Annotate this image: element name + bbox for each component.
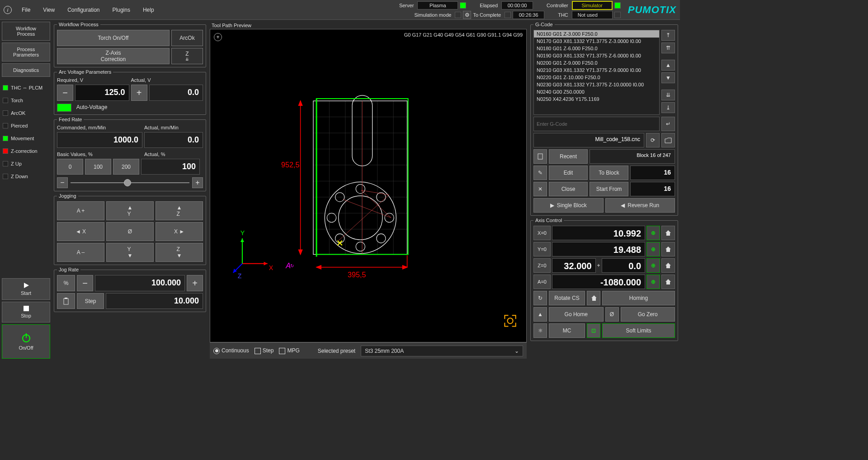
stop-button[interactable]: Stop bbox=[2, 302, 50, 322]
feed-dec-button[interactable]: − bbox=[57, 177, 68, 188]
reload-button[interactable]: ⟳ bbox=[646, 133, 660, 147]
recent-clipboard-button[interactable] bbox=[533, 149, 547, 164]
z-value-2[interactable]: 0.0 bbox=[602, 258, 646, 273]
open-folder-button[interactable] bbox=[661, 133, 675, 147]
gcode-input[interactable] bbox=[533, 117, 660, 131]
gcode-line[interactable]: N0190 G03 X81.1332 Y71.3775 Z-6.0000 I0.… bbox=[534, 52, 659, 59]
menu-help[interactable]: Help bbox=[137, 5, 160, 15]
z-button[interactable]: Z⇊ bbox=[171, 48, 203, 64]
gcode-down-button[interactable]: ▼ bbox=[661, 72, 675, 83]
softlimits-button[interactable]: Soft Limits bbox=[602, 323, 675, 338]
gcode-bottom-button[interactable]: ⤓ bbox=[661, 102, 675, 113]
toolpath-preview[interactable]: G0 G17 G21 G40 G49 G54 G61 G90 G91.1 G94… bbox=[210, 29, 527, 342]
jog-a-plus[interactable]: A + bbox=[57, 201, 104, 220]
a-home-button[interactable] bbox=[661, 275, 675, 289]
singleblock-button[interactable]: ▶Single Block bbox=[533, 198, 604, 213]
reverserun-button[interactable]: ◀Reverse Run bbox=[605, 198, 675, 213]
a-value[interactable]: -1080.000 bbox=[552, 275, 645, 289]
startfrom-button[interactable]: Start From bbox=[590, 182, 628, 196]
voltage-inc-button[interactable]: + bbox=[131, 85, 147, 101]
step-checkbox[interactable]: Step bbox=[255, 347, 274, 354]
y-home-button[interactable] bbox=[661, 242, 675, 256]
menu-plugins[interactable]: Plugins bbox=[106, 5, 137, 15]
jog-origin[interactable]: Ø bbox=[106, 222, 154, 241]
jograte-dec-button[interactable]: − bbox=[77, 275, 93, 291]
gcode-line[interactable]: N0240 G00 Z50.0000 bbox=[534, 88, 659, 95]
jog-y-plus[interactable]: ▲Y bbox=[106, 201, 154, 220]
rotate-icon-button[interactable]: ↻ bbox=[533, 291, 547, 305]
gohome-button[interactable]: Go Home bbox=[549, 307, 604, 322]
menu-file[interactable]: File bbox=[15, 5, 37, 15]
close-icon-button[interactable]: ✕ bbox=[533, 182, 547, 196]
gohome-icon-button[interactable]: ▲ bbox=[533, 307, 547, 322]
gcode-up-button[interactable]: ▲ bbox=[661, 60, 675, 71]
jograte-pct-button[interactable]: % bbox=[57, 275, 75, 291]
menu-config[interactable]: Configuration bbox=[61, 5, 106, 15]
z-target-button[interactable]: ⊕ bbox=[646, 258, 660, 273]
feed-100-button[interactable]: 100 bbox=[85, 159, 111, 175]
feed-inc-button[interactable]: + bbox=[192, 177, 203, 188]
gcode-top-button[interactable]: ⤒ bbox=[661, 30, 675, 41]
jograte-inc-button[interactable]: + bbox=[187, 275, 203, 291]
gozero-button[interactable]: Go Zero bbox=[621, 307, 675, 322]
feed-slider[interactable] bbox=[71, 182, 189, 183]
gcode-line[interactable]: N0220 G01 Z-10.000 F250.0 bbox=[534, 74, 659, 81]
tab-diagnostics[interactable]: Diagnostics bbox=[2, 63, 50, 77]
step-value[interactable]: 10.000 bbox=[106, 293, 203, 309]
mpg-checkbox[interactable]: MPG bbox=[279, 347, 299, 354]
gcode-line[interactable]: N0160 G01 Z-3.000 F250.0 bbox=[534, 30, 659, 38]
y-zero-button[interactable]: Y=0 bbox=[533, 242, 551, 256]
menu-view[interactable]: View bbox=[37, 5, 61, 15]
rotate-cs-button[interactable]: Rotate CS bbox=[549, 291, 585, 305]
toblock-value[interactable]: 16 bbox=[630, 166, 675, 180]
onoff-button[interactable]: On/Off bbox=[2, 324, 50, 359]
a-target-button[interactable]: ⊕ bbox=[646, 275, 660, 289]
gcode-line[interactable]: N0230 G03 X81.1332 Y71.3775 Z-10.0000 I0… bbox=[534, 81, 659, 88]
x-target-button[interactable]: ⊕ bbox=[646, 226, 660, 240]
voltage-dec-button[interactable]: − bbox=[57, 85, 73, 101]
homing-button[interactable]: Homing bbox=[602, 291, 675, 305]
jog-z-plus[interactable]: ▲Z bbox=[156, 201, 203, 220]
simmode-toggle[interactable] bbox=[455, 12, 461, 18]
required-voltage-value[interactable]: 125.0 bbox=[75, 85, 129, 101]
info-icon[interactable]: i bbox=[4, 6, 12, 14]
z-zero-button[interactable]: Z=0 bbox=[533, 258, 551, 273]
gcode-line[interactable]: N0170 G03 X81.1332 Y71.3775 Z-3.0000 I0.… bbox=[534, 38, 659, 45]
gcode-line[interactable]: N0210 G03 X81.1332 Y71.3775 Z-9.0000 I0.… bbox=[534, 66, 659, 74]
homing-icon-button[interactable] bbox=[587, 291, 600, 305]
zaxis-correction-button[interactable]: Z-Axis Correction bbox=[57, 48, 170, 64]
tab-process-params[interactable]: Process Parameters bbox=[2, 43, 50, 62]
gcode-line[interactable]: N0180 G01 Z-6.000 F250.0 bbox=[534, 45, 659, 52]
torch-onoff-button[interactable]: Torch On/Off bbox=[57, 30, 170, 46]
softlimits-icon-button[interactable]: ⊡ bbox=[587, 323, 600, 338]
gcode-enter-button[interactable]: ↵ bbox=[661, 117, 675, 131]
toblock-button[interactable]: To Block bbox=[590, 166, 628, 180]
auto-voltage-toggle[interactable] bbox=[57, 104, 71, 112]
mc-button[interactable]: MC bbox=[549, 323, 585, 338]
gozero-icon-button[interactable]: Ø bbox=[605, 307, 619, 322]
jog-clipboard-button[interactable] bbox=[57, 293, 75, 309]
x-value[interactable]: 10.992 bbox=[552, 226, 645, 240]
jog-z-minus[interactable]: Z▼ bbox=[156, 243, 203, 262]
gcode-pgdn-button[interactable]: ⇊ bbox=[661, 90, 675, 100]
z-home-button[interactable] bbox=[661, 258, 675, 273]
x-zero-button[interactable]: X=0 bbox=[533, 226, 551, 240]
edit-button[interactable]: Edit bbox=[549, 166, 588, 180]
mc-icon-button[interactable]: ⚛ bbox=[533, 323, 547, 338]
gcode-pgup-button[interactable]: ⇈ bbox=[661, 43, 675, 53]
preset-select[interactable]: St3 25mm 200A ⌄ bbox=[361, 346, 523, 356]
gcode-line[interactable]: N0250 X42.4236 Y175.1169 bbox=[534, 95, 659, 103]
z-value-1[interactable]: 32.000 bbox=[552, 258, 596, 273]
y-target-button[interactable]: ⊕ bbox=[646, 242, 660, 256]
tab-workflow-process[interactable]: Workflow Process bbox=[2, 22, 50, 41]
jog-a-minus[interactable]: A – bbox=[57, 243, 104, 262]
y-value[interactable]: 19.488 bbox=[552, 242, 645, 256]
step-button[interactable]: Step bbox=[77, 293, 104, 309]
x-home-button[interactable] bbox=[661, 226, 675, 240]
settings-icon[interactable]: ⚙ bbox=[463, 11, 471, 19]
arcok-button[interactable]: ArcOk bbox=[171, 30, 203, 46]
edit-icon-button[interactable]: ✎ bbox=[533, 166, 547, 180]
jog-x-plus[interactable]: X ► bbox=[156, 222, 203, 241]
jog-y-minus[interactable]: Y▼ bbox=[106, 243, 154, 262]
startfrom-value[interactable]: 16 bbox=[630, 182, 675, 196]
